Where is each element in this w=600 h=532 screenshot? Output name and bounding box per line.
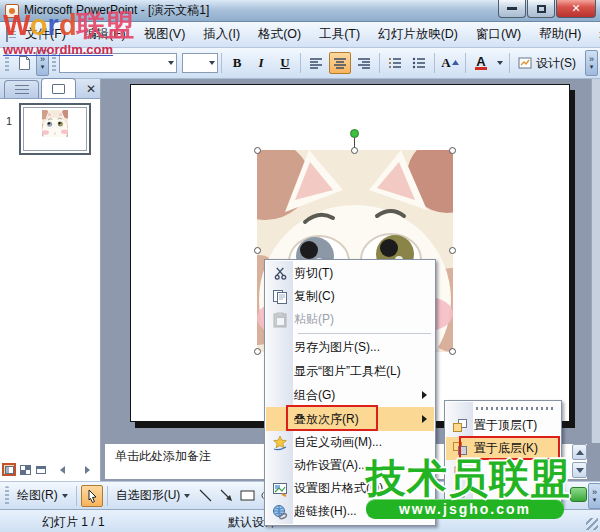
arrow-tool-button[interactable] <box>218 487 235 504</box>
pane-tabs: ✕ <box>0 79 100 99</box>
select-arrow-icon <box>86 489 98 503</box>
separator <box>221 53 222 73</box>
resize-handle-nw[interactable] <box>254 147 261 154</box>
fill-color-button[interactable] <box>570 487 587 502</box>
font-size-combobox[interactable] <box>182 53 218 73</box>
maximize-button[interactable] <box>527 0 555 18</box>
slide-design-icon <box>518 57 533 70</box>
submenu-item-bring-to-front[interactable]: 置于顶层(T) <box>446 414 560 437</box>
scroll-up-button[interactable] <box>572 444 587 460</box>
up-arrow-icon <box>452 60 459 67</box>
menu-item-custom-animation[interactable]: 自定义动画(M)... <box>266 431 434 454</box>
watermark-brand-text: Word联盟 <box>3 11 135 40</box>
minimize-button[interactable] <box>498 0 526 18</box>
vertical-scrollbar[interactable] <box>591 79 600 443</box>
scroll-left-icon[interactable] <box>60 466 65 474</box>
resize-handle-e[interactable] <box>449 247 456 254</box>
separator <box>509 53 510 73</box>
align-right-button[interactable] <box>353 52 375 74</box>
separator <box>465 53 466 73</box>
cat-thumbnail-image <box>42 110 68 137</box>
scissors-icon <box>266 266 294 281</box>
menu-view[interactable]: 视图(V) <box>135 22 195 47</box>
normal-view-button[interactable] <box>2 463 16 476</box>
font-color-button[interactable]: A <box>470 52 492 74</box>
draw-label: 绘图(R) <box>17 487 58 504</box>
separator <box>379 53 380 73</box>
tearoff-handle[interactable] <box>476 403 556 414</box>
align-center-button[interactable] <box>329 52 351 74</box>
format-picture-icon <box>266 481 294 497</box>
chevron-down-icon <box>62 494 68 498</box>
line-tool-button[interactable] <box>197 487 214 504</box>
watermark-wordlm: Word联盟 www.wordlm.com <box>3 11 135 56</box>
menu-item-group[interactable]: 组合(G) <box>266 383 434 407</box>
resize-handle-se[interactable] <box>449 348 456 355</box>
chevron-down-icon <box>497 61 503 65</box>
pane-close-icon[interactable]: ✕ <box>86 82 96 96</box>
grow-font-label: A <box>441 55 450 71</box>
slide-thumbnail-frame <box>23 107 87 151</box>
align-center-icon <box>333 57 347 69</box>
chevron-down-icon <box>184 494 190 498</box>
menu-item-cut[interactable]: 剪切(T) <box>266 262 434 285</box>
tab-outline[interactable] <box>4 80 39 98</box>
autoshapes-menu-button[interactable]: 自选图形(U) <box>111 485 196 506</box>
toolbar-options-chevron[interactable]: »▾ <box>588 483 600 509</box>
align-right-icon <box>357 57 371 69</box>
menu-insert[interactable]: 插入(I) <box>194 22 249 47</box>
resize-grip[interactable] <box>586 518 598 530</box>
separator <box>76 486 77 506</box>
menu-item-show-picture-toolbar[interactable]: 显示“图片”工具栏(L) <box>266 359 434 383</box>
numbered-list-button[interactable] <box>384 52 406 74</box>
menu-item-copy[interactable]: 复制(C) <box>266 285 434 308</box>
scroll-down-button[interactable] <box>572 462 587 478</box>
slide-design-button[interactable]: 设计(S) <box>514 52 580 74</box>
rotation-handle[interactable] <box>350 129 359 138</box>
chevron-down-icon <box>209 61 215 65</box>
underline-label: U <box>280 55 289 71</box>
menu-window[interactable]: 窗口(W) <box>467 22 530 47</box>
bold-button[interactable]: B <box>226 52 248 74</box>
custom-animation-icon <box>266 435 294 451</box>
normal-view-icon <box>5 466 14 474</box>
design-label: 设计(S) <box>536 55 576 72</box>
increase-font-size-button[interactable]: A <box>439 52 461 74</box>
resize-handle-ne[interactable] <box>449 147 456 154</box>
submenu-arrow-icon <box>422 391 427 399</box>
scroll-right-icon[interactable] <box>85 466 90 474</box>
menu-tools[interactable]: 工具(T) <box>310 22 369 47</box>
menu-format[interactable]: 格式(O) <box>249 22 310 47</box>
send-to-back-icon <box>446 441 474 457</box>
toolbar-grip[interactable] <box>5 486 9 506</box>
align-left-icon <box>309 57 323 69</box>
notes-placeholder: 单击此处添加备注 <box>115 449 211 463</box>
close-button[interactable]: ✕ <box>556 0 596 18</box>
underline-button[interactable]: U <box>274 52 296 74</box>
menu-item-order[interactable]: 叠放次序(R) <box>266 407 434 431</box>
resize-handle-n[interactable] <box>351 147 358 154</box>
copy-icon <box>266 289 294 305</box>
font-color-dropdown[interactable] <box>494 52 505 74</box>
menu-slideshow[interactable]: 幻灯片放映(D) <box>369 22 467 47</box>
align-left-button[interactable] <box>305 52 327 74</box>
slideshow-view-button[interactable] <box>34 463 48 476</box>
resize-handle-w[interactable] <box>254 247 261 254</box>
close-document-icon[interactable]: × <box>591 27 600 43</box>
slide-sorter-view-button[interactable] <box>18 463 32 476</box>
tab-slides[interactable] <box>41 78 76 98</box>
rectangle-tool-button[interactable] <box>239 487 256 504</box>
resize-handle-sw[interactable] <box>254 348 261 355</box>
slide-sorter-icon <box>21 466 30 474</box>
bulleted-list-button[interactable] <box>408 52 430 74</box>
slideshow-icon <box>36 466 46 474</box>
italic-button[interactable]: I <box>250 52 272 74</box>
slide-thumbnail[interactable] <box>19 103 91 155</box>
separator <box>434 53 435 73</box>
toolbar-options-chevron[interactable]: »▾ <box>585 50 598 76</box>
draw-menu-button[interactable]: 绘图(R) <box>12 485 73 506</box>
select-objects-button[interactable] <box>81 485 103 507</box>
menu-help[interactable]: 帮助(H) <box>530 22 590 47</box>
view-buttons <box>2 463 100 476</box>
menu-item-save-as-picture[interactable]: 另存为图片(S)... <box>266 336 434 359</box>
